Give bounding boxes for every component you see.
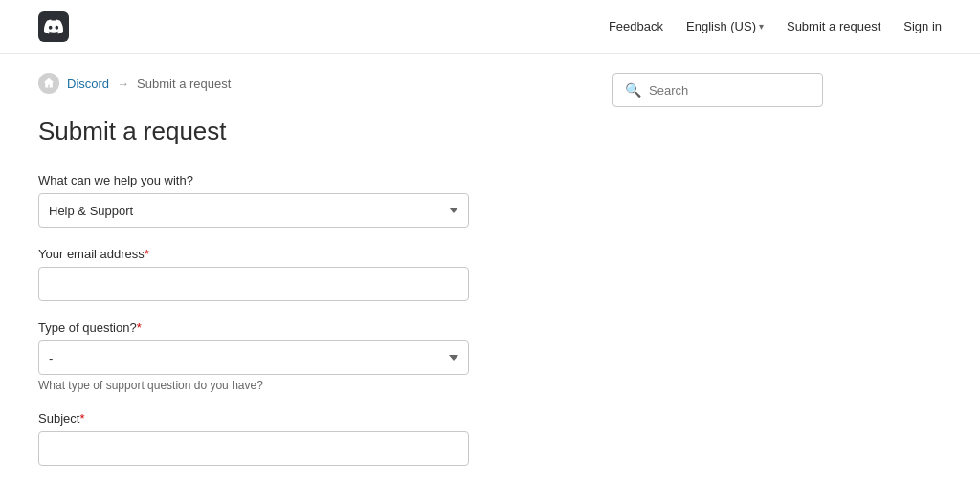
subject-label: Subject* bbox=[38, 411, 612, 426]
help-type-label: What can we help you with? bbox=[38, 173, 612, 187]
header-left bbox=[38, 11, 69, 42]
header-right: Feedback English (US) ▾ Submit a request… bbox=[609, 19, 942, 33]
question-type-group: Type of question?* - Account issue Techn… bbox=[38, 320, 612, 392]
subject-required-star: * bbox=[79, 411, 84, 426]
question-type-hint: What type of support question do you hav… bbox=[38, 379, 612, 392]
question-type-label: Type of question?* bbox=[38, 320, 612, 335]
breadcrumb-discord-link[interactable]: Discord bbox=[67, 77, 109, 91]
main-content: Discord → Submit a request Submit a requ… bbox=[38, 54, 612, 482]
help-type-select[interactable]: Help & Support Trust & Safety Billing bbox=[38, 193, 469, 228]
help-type-group: What can we help you with? Help & Suppor… bbox=[38, 173, 612, 228]
header: Feedback English (US) ▾ Submit a request… bbox=[0, 0, 980, 54]
subject-group: Subject* bbox=[38, 411, 612, 466]
page-title: Submit a request bbox=[38, 117, 612, 146]
language-label: English (US) bbox=[686, 19, 756, 33]
question-type-select[interactable]: - Account issue Technical issue Other bbox=[38, 340, 469, 375]
subject-input[interactable] bbox=[38, 431, 469, 466]
breadcrumb-arrow: → bbox=[117, 77, 129, 91]
home-icon bbox=[38, 73, 59, 94]
sidebar: 🔍 bbox=[612, 54, 900, 482]
chevron-down-icon: ▾ bbox=[759, 21, 764, 32]
email-label: Your email address* bbox=[38, 247, 612, 261]
email-group: Your email address* bbox=[38, 247, 612, 301]
search-box[interactable]: 🔍 bbox=[612, 73, 823, 107]
breadcrumb: Discord → Submit a request bbox=[38, 54, 612, 109]
submit-request-link[interactable]: Submit a request bbox=[787, 19, 880, 33]
feedback-link[interactable]: Feedback bbox=[609, 19, 663, 33]
sign-in-link[interactable]: Sign in bbox=[903, 19, 942, 33]
language-selector[interactable]: English (US) ▾ bbox=[686, 19, 764, 33]
submit-request-form: What can we help you with? Help & Suppor… bbox=[38, 173, 612, 482]
question-type-required-star: * bbox=[137, 320, 142, 335]
email-input[interactable] bbox=[38, 267, 469, 301]
content-wrapper: Discord → Submit a request Submit a requ… bbox=[0, 54, 980, 482]
email-required-star: * bbox=[145, 247, 149, 261]
discord-logo[interactable] bbox=[38, 11, 69, 42]
search-icon: 🔍 bbox=[625, 82, 641, 98]
search-input[interactable] bbox=[649, 83, 811, 98]
breadcrumb-current: Submit a request bbox=[137, 77, 231, 91]
